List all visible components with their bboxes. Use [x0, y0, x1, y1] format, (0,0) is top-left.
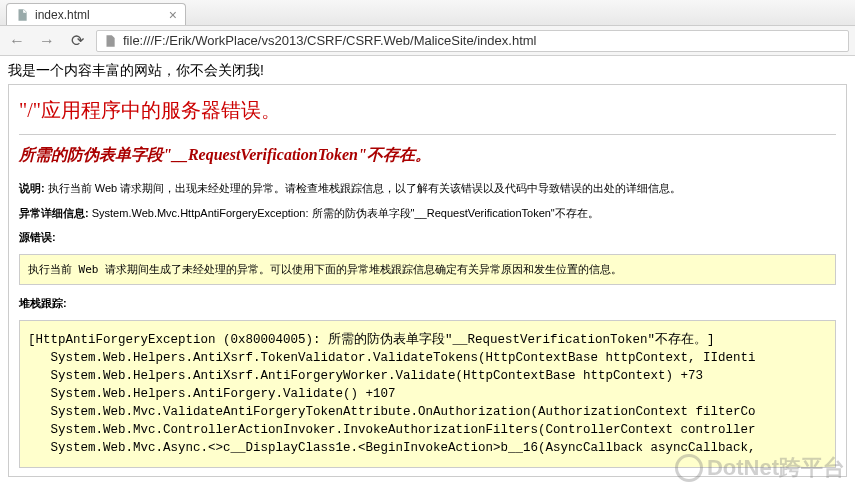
- page-content: 我是一个内容丰富的网站，你不会关闭我! "/"应用程序中的服务器错误。 所需的防…: [0, 56, 855, 483]
- exception-row: 异常详细信息: System.Web.Mvc.HttpAntiForgeryEx…: [19, 205, 836, 222]
- description-row: 说明: 执行当前 Web 请求期间，出现未经处理的异常。请检查堆栈跟踪信息，以了…: [19, 180, 836, 197]
- error-subtitle: 所需的防伪表单字段"__RequestVerificationToken"不存在…: [19, 145, 836, 166]
- back-button[interactable]: ←: [6, 30, 28, 52]
- url-text: file:///F:/Erik/WorkPlace/vs2013/CSRF/CS…: [123, 33, 536, 48]
- tab-title: index.html: [35, 8, 169, 22]
- description-text: 执行当前 Web 请求期间，出现未经处理的异常。请检查堆栈跟踪信息，以了解有关该…: [45, 182, 682, 194]
- source-error-row: 源错误:: [19, 229, 836, 246]
- exception-label: 异常详细信息:: [19, 207, 89, 219]
- divider: [19, 134, 836, 135]
- close-icon[interactable]: ×: [169, 7, 177, 23]
- source-error-block: 执行当前 Web 请求期间生成了未经处理的异常。可以使用下面的异常堆栈跟踪信息确…: [19, 254, 836, 286]
- url-file-icon: [103, 34, 117, 48]
- stack-trace-block: [HttpAntiForgeryException (0x80004005): …: [19, 320, 836, 469]
- browser-tab[interactable]: index.html ×: [6, 3, 186, 25]
- address-bar[interactable]: file:///F:/Erik/WorkPlace/vs2013/CSRF/CS…: [96, 30, 849, 52]
- browser-titlebar: index.html ×: [0, 0, 855, 26]
- reload-button[interactable]: ⟳: [66, 30, 88, 52]
- error-frame: "/"应用程序中的服务器错误。 所需的防伪表单字段"__RequestVerif…: [8, 84, 847, 477]
- stack-trace-row: 堆栈跟踪:: [19, 295, 836, 312]
- source-error-label: 源错误:: [19, 231, 56, 243]
- description-label: 说明:: [19, 182, 45, 194]
- stack-trace-label: 堆栈跟踪:: [19, 297, 67, 309]
- page-banner: 我是一个内容丰富的网站，你不会关闭我!: [8, 62, 847, 80]
- forward-button[interactable]: →: [36, 30, 58, 52]
- exception-text: System.Web.Mvc.HttpAntiForgeryException:…: [89, 207, 599, 219]
- file-icon: [15, 8, 29, 22]
- error-title: "/"应用程序中的服务器错误。: [19, 97, 836, 124]
- browser-toolbar: ← → ⟳ file:///F:/Erik/WorkPlace/vs2013/C…: [0, 26, 855, 56]
